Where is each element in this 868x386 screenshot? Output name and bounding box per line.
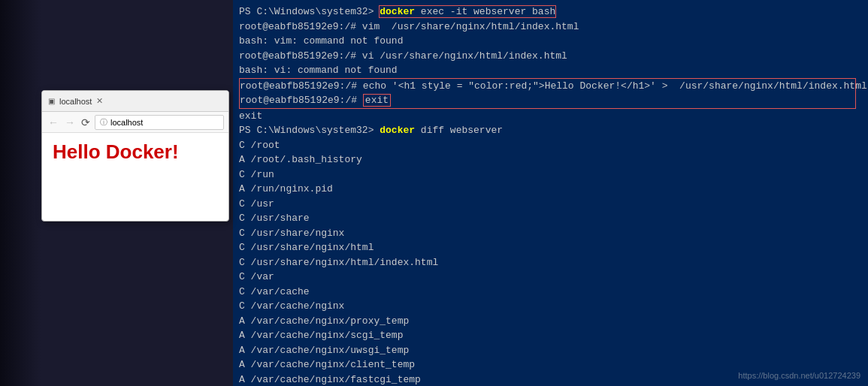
forward-button[interactable]: → <box>63 116 77 128</box>
terminal-line: C /var <box>239 270 862 285</box>
watermark: https://blog.csdn.net/u012724239 <box>738 371 860 380</box>
terminal-line: C /usr/share/nginx <box>239 226 862 241</box>
terminal-panel: PS C:\Windows\system32> docker exec -it … <box>233 0 868 386</box>
terminal-line: root@eabfb85192e9:/# vim /usr/share/ngin… <box>239 20 862 35</box>
terminal-line: bash: vi: command not found <box>239 63 862 78</box>
found-text: found <box>374 35 403 47</box>
echo-exit-box: root@eabfb85192e9:/# echo '<h1 style = "… <box>239 78 856 109</box>
terminal-line: A /var/cache/nginx/uwsgi_temp <box>239 343 862 358</box>
browser-tab[interactable]: ▣ localhost ✕ <box>48 96 103 106</box>
left-decoration <box>0 0 41 386</box>
terminal-line: C /root <box>239 138 862 153</box>
tab-label: localhost <box>59 97 92 106</box>
terminal-line: root@eabfb85192e9:/# exit <box>240 93 855 108</box>
prompt-text: PS C:\Windows\system32> <box>239 6 380 17</box>
terminal-line: A /run/nginx.pid <box>239 182 862 197</box>
terminal-line: A /root/.bash_history <box>239 152 862 167</box>
browser-window: ▣ localhost ✕ ← → ⟳ ⓘ localhost Hello Do… <box>41 90 229 222</box>
refresh-button[interactable]: ⟳ <box>80 116 92 128</box>
tab-page-icon: ▣ <box>48 97 55 105</box>
terminal-line: A /var/cache/nginx/proxy_temp <box>239 314 862 329</box>
back-button[interactable]: ← <box>47 116 60 128</box>
terminal-line: root@eabfb85192e9:/# vi /usr/share/nginx… <box>239 49 862 64</box>
tab-close-button[interactable]: ✕ <box>96 96 103 106</box>
terminal-line: A /var/cache/nginx/scgi_temp <box>239 328 862 343</box>
terminal-line: C /usr <box>239 197 862 212</box>
terminal-line: C /var/cache <box>239 285 862 300</box>
page-heading: Hello Docker! <box>53 140 179 163</box>
address-bar[interactable]: ⓘ localhost <box>95 115 224 130</box>
terminal-line: A /var/cache/nginx/client_temp <box>239 357 862 372</box>
terminal-line: bash: vim: command not found <box>239 34 862 49</box>
address-text: localhost <box>110 118 143 127</box>
browser-titlebar: ▣ localhost ✕ <box>42 91 228 112</box>
terminal-line: PS C:\Windows\system32> docker exec -it … <box>239 5 862 20</box>
terminal-line: C /usr/share <box>239 211 862 226</box>
terminal-line: PS C:\Windows\system32> docker diff webs… <box>239 123 862 138</box>
terminal-line: C /run <box>239 167 862 182</box>
highlighted-command: docker exec -it webserver bash <box>380 6 555 17</box>
exit-command: exit <box>363 94 391 107</box>
info-icon: ⓘ <box>100 117 107 128</box>
terminal-line: C /var/cache/nginx <box>239 299 862 314</box>
terminal-line: exit <box>239 109 862 124</box>
browser-nav: ← → ⟳ ⓘ localhost <box>42 112 228 133</box>
browser-content: Hello Docker! <box>42 133 228 171</box>
terminal-line: C /usr/share/nginx/html <box>239 240 862 255</box>
terminal-line: C /usr/share/nginx/html/index.html <box>239 255 862 270</box>
terminal-line: root@eabfb85192e9:/# echo '<h1 style = "… <box>240 79 855 94</box>
